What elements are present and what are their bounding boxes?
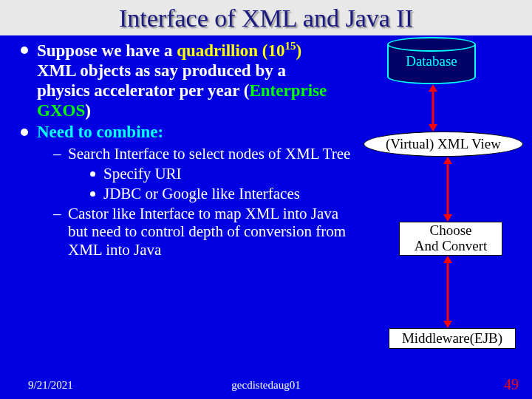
footer-mid: gecdistedaug01 <box>231 379 300 392</box>
svg-marker-5 <box>443 214 452 222</box>
bullet-1: Suppose we have a quadrillion (1015) XML… <box>18 40 343 120</box>
middleware-label: Middleware(EJB) <box>402 331 502 347</box>
sub-bullet-list: Specify URI JDBC or Google like Interfac… <box>68 165 362 203</box>
bullet1-text-pre: Suppose we have a <box>37 41 177 60</box>
dash-2: Castor like Interface to map XML into Ja… <box>37 205 362 259</box>
bullet2-label: Need to combine: <box>37 123 163 141</box>
choose-convert-box: Choose And Convert <box>399 222 502 256</box>
choose-line2: And Convert <box>415 239 488 254</box>
svg-marker-7 <box>443 256 452 263</box>
db-label: Database <box>387 53 476 69</box>
choose-line1: Choose <box>430 223 472 239</box>
svg-marker-1 <box>429 84 437 92</box>
slide-number: 49 <box>504 376 519 393</box>
bullet1-close: ) <box>85 101 91 120</box>
svg-marker-4 <box>443 157 452 164</box>
exponent: 15 <box>285 40 296 52</box>
arrow-choose-middleware <box>440 256 455 328</box>
xml-view-oval: (Virtual) XML View <box>364 132 523 157</box>
arrow-db-view <box>426 84 440 132</box>
quadrillion-text: quadrillion (10 <box>177 41 284 60</box>
middleware-box: Middleware(EJB) <box>389 328 516 349</box>
sub-bullet-1: Specify URI <box>68 165 362 183</box>
slide-title: Interface of XML and Java II <box>0 0 532 35</box>
footer-date: 9/21/2021 <box>28 379 73 392</box>
close-paren: ) <box>296 41 301 60</box>
sub-dash-list: Search Interface to select nodes of XML … <box>37 145 362 259</box>
dash-1: Search Interface to select nodes of XML … <box>37 145 362 202</box>
sub-bullet-2: JDBC or Google like Interfaces <box>68 185 362 203</box>
svg-marker-8 <box>443 321 452 328</box>
xml-view-label: (Virtual) XML View <box>386 137 501 152</box>
bullet1-quadrillion: quadrillion (1015) <box>177 41 301 60</box>
dash1-text: Search Interface to select nodes of XML … <box>68 145 350 163</box>
svg-marker-2 <box>429 124 437 132</box>
arrow-view-choose <box>440 157 455 222</box>
database-cylinder: Database <box>387 37 476 84</box>
db-top <box>387 37 476 52</box>
